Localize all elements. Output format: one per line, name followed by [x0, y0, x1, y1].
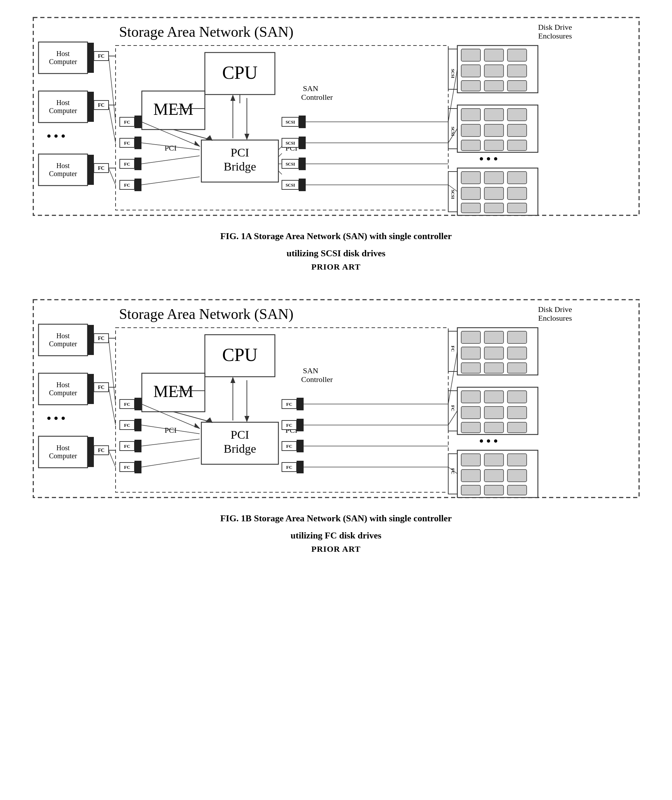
svg-rect-74 [484, 124, 504, 136]
svg-line-23 [173, 130, 212, 140]
host2-label-1a: Host [56, 99, 70, 106]
svg-rect-36 [134, 179, 141, 191]
svg-rect-84 [461, 187, 480, 200]
svg-rect-147 [461, 331, 480, 344]
svg-rect-73 [461, 124, 480, 136]
disk-grid-2-1b [461, 391, 527, 433]
pci-text-left-1a: PCI [165, 144, 176, 152]
host3-label-1a: Host [56, 162, 70, 170]
svg-line-115 [173, 412, 212, 422]
host2-label2-1b: Computer [49, 389, 77, 397]
scsi-port1-1a: SCSI [285, 120, 295, 125]
svg-rect-174 [507, 469, 527, 482]
svg-rect-173 [484, 469, 504, 482]
host1-label2-1a: Computer [49, 58, 77, 66]
fc-port1-1b: FC [124, 402, 130, 407]
san-ctrl2-1b: Controller [301, 375, 333, 384]
host1-label-1a: Host [56, 50, 70, 58]
fc-port1-1a: FC [124, 119, 130, 125]
svg-rect-152 [507, 347, 527, 359]
svg-rect-170 [484, 454, 504, 466]
scsi-enc3-1a: SCSI [450, 190, 455, 199]
mem-label-1b: MEM [153, 382, 193, 400]
svg-rect-87 [461, 203, 480, 213]
fc-port3-1a: FC [124, 162, 130, 166]
svg-line-129 [141, 458, 200, 467]
svg-rect-75 [507, 124, 527, 136]
svg-rect-169 [461, 454, 480, 466]
caption-1a-line1: FIG. 1A Storage Area Network (SAN) with … [220, 229, 452, 243]
caption-1b-line1: FIG. 1B Storage Area Network (SAN) with … [220, 512, 452, 525]
svg-line-52 [278, 171, 282, 174]
svg-rect-46 [299, 158, 306, 170]
svg-rect-150 [461, 347, 480, 359]
fc-port3-1b: FC [124, 443, 130, 449]
svg-rect-83 [507, 171, 527, 184]
san-ctrl-1a: SAN [303, 84, 318, 93]
svg-rect-65 [461, 80, 480, 91]
pci-label-1b: PCI [230, 428, 249, 441]
fc-port2-1a: FC [124, 141, 130, 146]
host1-label-1b: Host [56, 332, 70, 339]
svg-rect-103 [88, 437, 94, 467]
disk-grid-1-1a [461, 49, 527, 91]
caption-1a: FIG. 1A Storage Area Network (SAN) with … [220, 226, 452, 286]
svg-rect-125 [134, 440, 141, 452]
disk-grid-3-1b [461, 454, 527, 495]
svg-rect-158 [461, 391, 480, 403]
host3-label2-1b: Computer [49, 452, 77, 460]
caption-1b-line2: utilizing FC disk drives [220, 529, 452, 542]
svg-rect-151 [484, 347, 504, 359]
svg-rect-99 [88, 374, 94, 404]
svg-rect-2 [88, 43, 94, 73]
disk-enc-label-1a: Disk Drive [538, 23, 572, 32]
dots-left-1b: • • • [46, 412, 65, 425]
cpu-label-1a: CPU [222, 63, 258, 83]
pci-label-1a: PCI [230, 146, 249, 159]
svg-rect-26 [134, 115, 141, 128]
fc-r-port4-1b: FC [286, 465, 292, 470]
svg-rect-76 [461, 140, 480, 150]
svg-rect-66 [484, 80, 504, 91]
svg-line-50 [278, 154, 282, 157]
svg-rect-176 [484, 485, 504, 495]
svg-rect-42 [299, 115, 306, 128]
bridge-label-1a: Bridge [223, 160, 256, 173]
svg-rect-88 [484, 203, 504, 213]
figure-1b-section: Storage Area Network (SAN) Disk Drive En… [30, 296, 643, 568]
caption-1a-line2: utilizing SCSI disk drives [220, 246, 452, 260]
svg-rect-77 [484, 140, 504, 150]
svg-rect-148 [484, 331, 504, 344]
fc-r-port2-1b: FC [286, 422, 292, 428]
fc-r-port1-1b: FC [286, 402, 292, 407]
svg-rect-44 [299, 136, 306, 149]
svg-rect-155 [507, 363, 527, 373]
svg-rect-71 [484, 109, 504, 121]
page-container: Storage Area Network (SAN) Disk Drive En… [21, 14, 651, 578]
svg-rect-62 [461, 65, 480, 77]
svg-rect-154 [484, 363, 504, 373]
caption-1a-line3: PRIOR ART [220, 262, 452, 272]
svg-rect-60 [484, 49, 504, 61]
svg-rect-177 [507, 485, 527, 495]
svg-rect-59 [461, 49, 480, 61]
host2-label-1b: Host [56, 381, 70, 389]
svg-rect-171 [507, 454, 527, 466]
svg-rect-161 [461, 406, 480, 419]
svg-rect-140 [297, 461, 304, 474]
svg-rect-10 [88, 155, 94, 185]
disk-enc-label2-1b: Enclosures [538, 314, 572, 322]
svg-line-37 [141, 177, 200, 185]
svg-line-40 [109, 168, 115, 185]
svg-marker-28 [194, 141, 200, 147]
disk-grid-3-1a [461, 171, 527, 213]
fc-box-h1-1b: FC [98, 336, 104, 341]
svg-rect-82 [484, 171, 504, 184]
svg-rect-162 [484, 406, 504, 419]
scsi-enc2-1a: SCSI [450, 127, 455, 136]
disk-grid-2-1a [461, 109, 527, 150]
scsi-enc1-1a: SCSI [450, 69, 455, 78]
svg-rect-166 [507, 422, 527, 433]
scsi-port3-1a: SCSI [285, 162, 295, 166]
svg-marker-21 [245, 134, 249, 140]
